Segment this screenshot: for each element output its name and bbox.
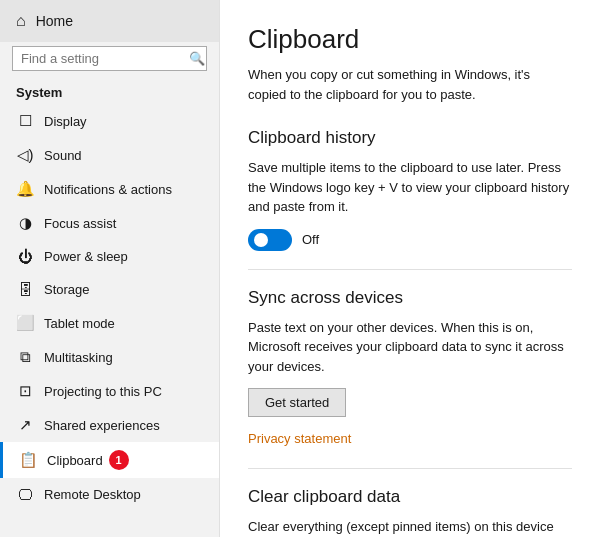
tablet-icon: ⬜	[16, 314, 34, 332]
sidebar: ⌂ Home 🔍 System ☐ Display ◁) Sound 🔔 Not…	[0, 0, 220, 537]
sidebar-item-shared[interactable]: ↗ Shared experiences	[0, 408, 219, 442]
sidebar-home-button[interactable]: ⌂ Home	[0, 0, 219, 42]
clipboard-history-description: Save multiple items to the clipboard to …	[248, 158, 572, 217]
page-description: When you copy or cut something in Window…	[248, 65, 572, 104]
toggle-track	[248, 229, 292, 251]
sidebar-item-label: Focus assist	[44, 216, 116, 231]
search-box[interactable]: 🔍	[12, 46, 207, 71]
sidebar-item-label: Projecting to this PC	[44, 384, 162, 399]
sidebar-item-multitasking[interactable]: ⧉ Multitasking	[0, 340, 219, 374]
system-section-label: System	[0, 79, 219, 104]
home-label: Home	[36, 13, 73, 29]
search-icon: 🔍	[189, 51, 205, 66]
sidebar-item-label: Display	[44, 114, 87, 129]
page-title: Clipboard	[248, 24, 572, 55]
clipboard-icon: 📋	[19, 451, 37, 469]
sidebar-item-display[interactable]: ☐ Display	[0, 104, 219, 138]
get-started-button[interactable]: Get started	[248, 388, 346, 417]
clear-description: Clear everything (except pinned items) o…	[248, 517, 572, 537]
multitasking-icon: ⧉	[16, 348, 34, 366]
sound-icon: ◁)	[16, 146, 34, 164]
sidebar-item-notifications[interactable]: 🔔 Notifications & actions	[0, 172, 219, 206]
sidebar-item-label: Shared experiences	[44, 418, 160, 433]
sidebar-item-clipboard[interactable]: 📋 Clipboard 1	[0, 442, 219, 478]
sidebar-item-tablet[interactable]: ⬜ Tablet mode	[0, 306, 219, 340]
toggle-thumb	[254, 233, 268, 247]
sidebar-item-focus[interactable]: ◑ Focus assist	[0, 206, 219, 240]
sidebar-item-label: Tablet mode	[44, 316, 115, 331]
power-icon: ⏻	[16, 248, 34, 265]
sidebar-item-power[interactable]: ⏻ Power & sleep	[0, 240, 219, 273]
toggle-label: Off	[302, 232, 319, 247]
sidebar-item-remote[interactable]: 🖵 Remote Desktop	[0, 478, 219, 511]
main-content: Clipboard When you copy or cut something…	[220, 0, 600, 537]
notifications-icon: 🔔	[16, 180, 34, 198]
sidebar-item-label: Power & sleep	[44, 249, 128, 264]
shared-icon: ↗	[16, 416, 34, 434]
sync-description: Paste text on your other devices. When t…	[248, 318, 572, 377]
sync-title: Sync across devices	[248, 288, 572, 308]
divider-2	[248, 468, 572, 469]
display-icon: ☐	[16, 112, 34, 130]
sidebar-item-storage[interactable]: 🗄 Storage	[0, 273, 219, 306]
remote-icon: 🖵	[16, 486, 34, 503]
sidebar-item-label: Storage	[44, 282, 90, 297]
sidebar-item-label: Clipboard	[47, 453, 103, 468]
sidebar-item-label: Multitasking	[44, 350, 113, 365]
privacy-statement-link[interactable]: Privacy statement	[248, 431, 351, 446]
clipboard-history-title: Clipboard history	[248, 128, 572, 148]
sidebar-item-label: Remote Desktop	[44, 487, 141, 502]
projecting-icon: ⊡	[16, 382, 34, 400]
search-input[interactable]	[21, 51, 189, 66]
sidebar-item-projecting[interactable]: ⊡ Projecting to this PC	[0, 374, 219, 408]
focus-icon: ◑	[16, 214, 34, 232]
storage-icon: 🗄	[16, 281, 34, 298]
divider-1	[248, 269, 572, 270]
home-icon: ⌂	[16, 12, 26, 30]
clipboard-history-toggle[interactable]	[248, 229, 292, 251]
sidebar-item-label: Notifications & actions	[44, 182, 172, 197]
sidebar-item-label: Sound	[44, 148, 82, 163]
clipboard-badge: 1	[109, 450, 129, 470]
sidebar-item-sound[interactable]: ◁) Sound	[0, 138, 219, 172]
clear-title: Clear clipboard data	[248, 487, 572, 507]
clipboard-history-toggle-row: Off	[248, 229, 572, 251]
